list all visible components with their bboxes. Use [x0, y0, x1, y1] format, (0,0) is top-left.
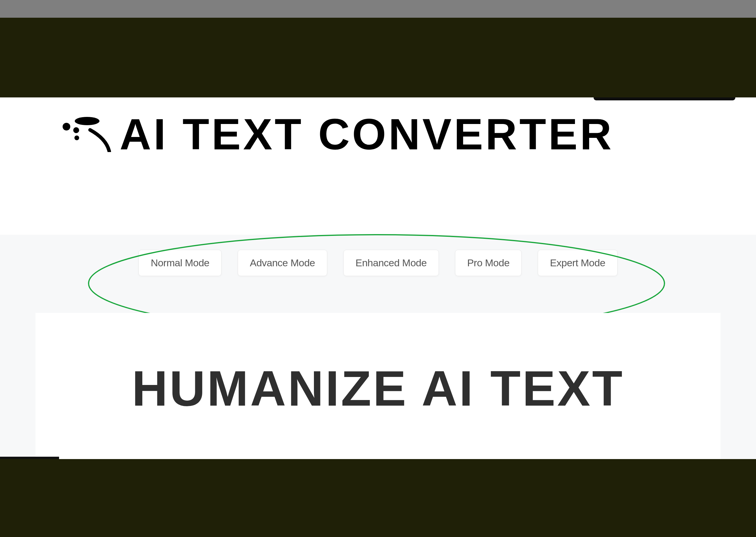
- video-letterbox-bottom: [0, 459, 756, 537]
- mode-row-inner: Normal Mode Advance Mode Enhanced Mode P…: [127, 242, 629, 284]
- tool-band: Normal Mode Advance Mode Enhanced Mode P…: [0, 235, 756, 459]
- svg-point-0: [75, 117, 100, 125]
- svg-point-2: [73, 127, 79, 133]
- stage: AI TEXT CONVERTER Normal Mode Advance Mo…: [0, 0, 756, 537]
- mode-label: Advance Mode: [250, 257, 315, 268]
- hero-panel: HUMANIZE AI TEXT: [35, 313, 721, 459]
- header: AI TEXT CONVERTER: [59, 98, 724, 171]
- mode-label: Pro Mode: [467, 257, 509, 268]
- brand-title: AI TEXT CONVERTER: [120, 109, 614, 159]
- svg-point-1: [63, 123, 70, 131]
- site-area: AI TEXT CONVERTER Normal Mode Advance Mo…: [0, 98, 756, 459]
- mode-expert-button[interactable]: Expert Mode: [538, 250, 617, 276]
- mode-row: Normal Mode Advance Mode Enhanced Mode P…: [0, 242, 756, 284]
- hero-headline: HUMANIZE AI TEXT: [35, 360, 721, 417]
- svg-point-3: [74, 136, 79, 140]
- mode-advance-button[interactable]: Advance Mode: [238, 250, 327, 276]
- mode-normal-button[interactable]: Normal Mode: [139, 250, 222, 276]
- mode-pro-button[interactable]: Pro Mode: [455, 250, 522, 276]
- mode-enhanced-button[interactable]: Enhanced Mode: [344, 250, 439, 276]
- brand-logo-icon: [59, 117, 112, 152]
- mode-label: Normal Mode: [150, 257, 209, 268]
- video-letterbox-top: [0, 18, 756, 98]
- mode-label: Expert Mode: [550, 257, 605, 268]
- corner-chip: [0, 457, 59, 459]
- mode-label: Enhanced Mode: [356, 257, 427, 268]
